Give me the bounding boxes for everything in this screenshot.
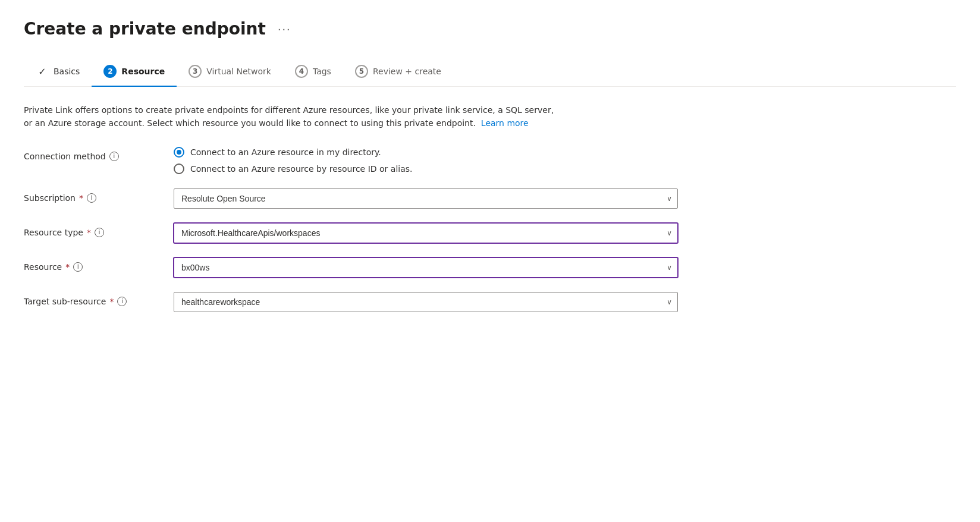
target-sub-resource-row: Target sub-resource * i healthcareworksp… — [24, 292, 678, 312]
target-sub-resource-required: * — [109, 297, 114, 306]
step-review-label: Review + create — [373, 67, 441, 76]
step-tags-label: Tags — [313, 67, 331, 76]
connection-method-label: Connection method — [24, 152, 106, 161]
subscription-required: * — [79, 193, 83, 203]
connection-method-label-col: Connection method i — [24, 147, 155, 161]
resource-form: Connection method i Connect to an Azure … — [24, 147, 678, 312]
target-sub-resource-select[interactable]: healthcareworkspace — [174, 292, 678, 312]
learn-more-link[interactable]: Learn more — [481, 118, 529, 128]
subscription-label-col: Subscription * i — [24, 188, 155, 203]
step-basics-label: Basics — [54, 67, 80, 76]
radio-option-directory[interactable]: Connect to an Azure resource in my direc… — [174, 147, 678, 158]
target-sub-resource-label-col: Target sub-resource * i — [24, 292, 155, 306]
ellipsis-button[interactable]: ··· — [273, 20, 296, 38]
radio-circle-directory — [174, 147, 184, 158]
resource-type-row: Resource type * i Microsoft.HealthcareAp… — [24, 223, 678, 243]
subscription-row: Subscription * i Resolute Open Source ∨ — [24, 188, 678, 209]
target-sub-resource-dropdown-wrapper: healthcareworkspace ∨ — [174, 292, 678, 312]
resource-select[interactable]: bx00ws — [174, 257, 678, 278]
page-title: Create a private endpoint — [24, 19, 266, 39]
resource-label-col: Resource * i — [24, 257, 155, 272]
resource-type-select[interactable]: Microsoft.HealthcareApis/workspaces — [174, 223, 678, 243]
wizard-nav: ✓ Basics 2 Resource 3 Virtual Network 4 … — [24, 58, 956, 87]
resource-type-required: * — [87, 228, 91, 237]
resource-row: Resource * i bx00ws ∨ — [24, 257, 678, 278]
page-header: Create a private endpoint ··· — [24, 19, 956, 39]
step-vnet-label: Virtual Network — [206, 67, 271, 76]
description-text: Private Link offers options to create pr… — [24, 103, 559, 130]
step-resource-number: 2 — [103, 65, 117, 78]
radio-option-resource-id[interactable]: Connect to an Azure resource by resource… — [174, 163, 678, 174]
radio-group-connection: Connect to an Azure resource in my direc… — [174, 147, 678, 174]
step-tags[interactable]: 4 Tags — [283, 58, 343, 86]
resource-label: Resource — [24, 262, 62, 272]
resource-control: bx00ws ∨ — [174, 257, 678, 278]
resource-type-label: Resource type — [24, 228, 83, 237]
connection-method-info-icon[interactable]: i — [109, 152, 119, 161]
subscription-select[interactable]: Resolute Open Source — [174, 188, 678, 209]
radio-circle-resource-id — [174, 163, 184, 174]
step-basics[interactable]: ✓ Basics — [24, 58, 92, 86]
subscription-control: Resolute Open Source ∨ — [174, 188, 678, 209]
resource-type-control: Microsoft.HealthcareApis/workspaces ∨ — [174, 223, 678, 243]
step-tags-number: 4 — [295, 65, 308, 78]
step-vnet-number: 3 — [189, 65, 202, 78]
resource-type-info-icon[interactable]: i — [95, 228, 104, 237]
resource-type-label-col: Resource type * i — [24, 223, 155, 237]
subscription-dropdown-wrapper: Resolute Open Source ∨ — [174, 188, 678, 209]
radio-label-directory: Connect to an Azure resource in my direc… — [190, 147, 381, 157]
check-icon: ✓ — [36, 65, 49, 78]
connection-method-row: Connection method i Connect to an Azure … — [24, 147, 678, 174]
resource-info-icon[interactable]: i — [73, 262, 83, 272]
target-sub-resource-info-icon[interactable]: i — [117, 297, 127, 306]
subscription-label: Subscription — [24, 193, 76, 203]
step-resource[interactable]: 2 Resource — [92, 58, 177, 86]
step-review-number: 5 — [355, 65, 368, 78]
subscription-info-icon[interactable]: i — [87, 193, 96, 203]
target-sub-resource-control: healthcareworkspace ∨ — [174, 292, 678, 312]
resource-type-dropdown-wrapper: Microsoft.HealthcareApis/workspaces ∨ — [174, 223, 678, 243]
resource-dropdown-wrapper: bx00ws ∨ — [174, 257, 678, 278]
target-sub-resource-label: Target sub-resource — [24, 297, 106, 306]
connection-method-options: Connect to an Azure resource in my direc… — [174, 147, 678, 174]
resource-required: * — [65, 262, 70, 272]
step-review-create[interactable]: 5 Review + create — [343, 58, 453, 86]
step-resource-label: Resource — [121, 67, 165, 76]
step-virtual-network[interactable]: 3 Virtual Network — [177, 58, 283, 86]
radio-label-resource-id: Connect to an Azure resource by resource… — [190, 164, 413, 174]
